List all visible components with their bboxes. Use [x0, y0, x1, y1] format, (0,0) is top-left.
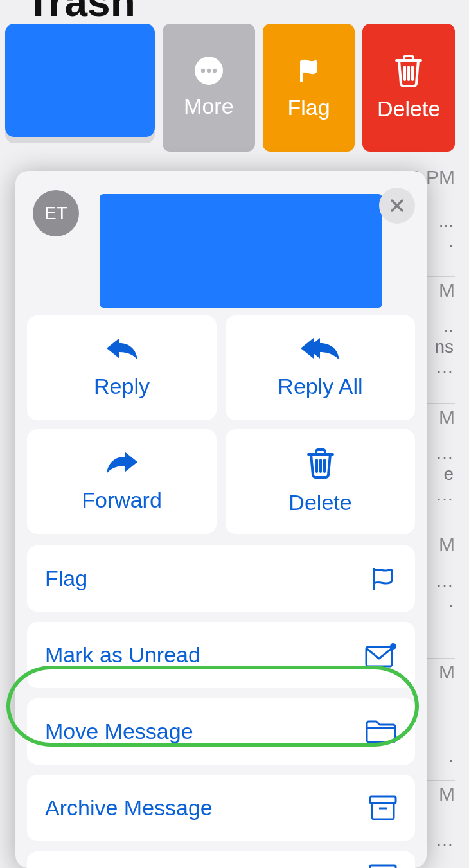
flag-outline-icon: [370, 565, 397, 592]
swipe-more-button[interactable]: More: [163, 24, 255, 152]
redacted-swipe-content: [5, 24, 155, 137]
delete-button[interactable]: Delete: [226, 429, 415, 534]
svg-rect-7: [370, 865, 396, 868]
reply-all-button[interactable]: Reply All: [226, 315, 415, 420]
sheet-header: ET: [27, 184, 415, 309]
ellipsis-icon: [195, 57, 223, 85]
junk-icon: [369, 864, 397, 868]
more-actions-sheet: ET Reply Reply All Forward Delete Flag: [15, 171, 427, 868]
archive-icon: [369, 795, 397, 821]
swipe-actions-row: More Flag Delete: [5, 24, 455, 152]
flag-label: Flag: [45, 566, 87, 591]
redacted-sender-info: [100, 194, 382, 308]
svg-rect-6: [370, 797, 396, 803]
folder-icon: [365, 720, 397, 744]
move-to-junk-button[interactable]: Move to Junk: [27, 851, 415, 868]
mail-time: M: [439, 661, 455, 683]
move-message-button[interactable]: Move Message: [27, 698, 415, 765]
mail-time: M: [439, 407, 455, 429]
sheet-action-list: Flag Mark as Unread Move Message Archive…: [27, 545, 415, 868]
close-button[interactable]: [379, 188, 415, 224]
swipe-flag-button[interactable]: Flag: [263, 24, 355, 152]
page-title: Trash: [26, 0, 136, 26]
svg-rect-4: [366, 647, 392, 666]
envelope-dot-icon: [365, 643, 397, 668]
forward-button[interactable]: Forward: [27, 429, 217, 534]
trash-icon: [394, 54, 423, 87]
reply-button[interactable]: Reply: [27, 315, 217, 420]
move-message-label: Move Message: [45, 719, 193, 744]
swipe-flag-label: Flag: [287, 95, 330, 120]
flag-button[interactable]: Flag: [27, 545, 415, 612]
trash-icon: [306, 448, 335, 479]
mark-unread-label: Mark as Unread: [45, 642, 200, 668]
swipe-delete-label: Delete: [377, 96, 440, 121]
move-to-junk-label: Move to Junk: [45, 864, 175, 868]
mail-time: M: [439, 534, 455, 556]
flag-icon: [294, 55, 324, 86]
archive-message-button[interactable]: Archive Message: [27, 775, 415, 841]
reply-all-icon: [301, 337, 341, 362]
mail-time: M: [439, 279, 455, 301]
delete-label: Delete: [288, 490, 351, 515]
svg-point-2: [207, 69, 211, 73]
mark-unread-button[interactable]: Mark as Unread: [27, 622, 415, 688]
reply-all-label: Reply All: [278, 374, 362, 399]
avatar: ET: [33, 190, 79, 236]
forward-icon: [105, 450, 139, 476]
svg-point-5: [390, 643, 396, 650]
close-icon: [389, 198, 405, 213]
swipe-delete-button[interactable]: Delete: [362, 24, 455, 152]
reply-label: Reply: [94, 374, 150, 399]
reply-icon: [105, 337, 139, 362]
swipe-more-label: More: [184, 94, 233, 119]
forward-label: Forward: [82, 488, 162, 513]
mail-time: M: [439, 783, 455, 805]
svg-point-3: [213, 69, 217, 73]
quick-actions-grid: Reply Reply All Forward Delete: [27, 315, 415, 534]
archive-message-label: Archive Message: [45, 795, 213, 820]
svg-point-1: [201, 69, 205, 73]
